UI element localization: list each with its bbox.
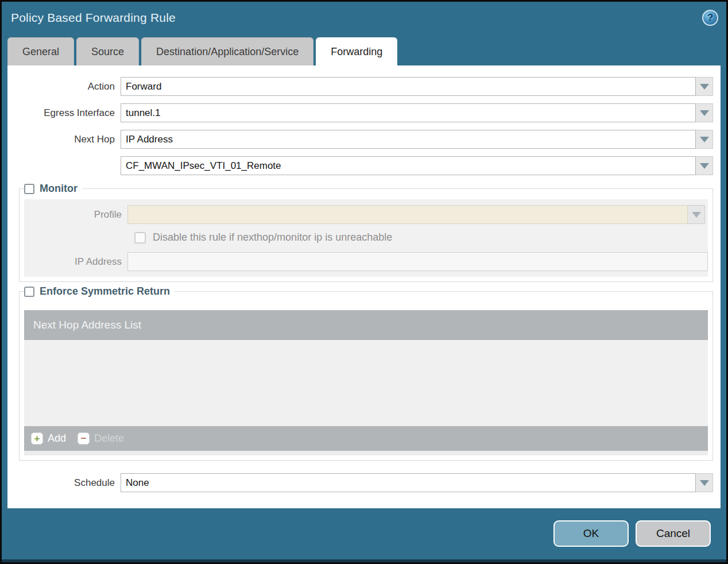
profile-dropdown-button [688,205,705,224]
next-hop-dropdown-button[interactable] [696,130,713,149]
pbf-rule-dialog: Policy Based Forwarding Rule ? General S… [2,2,726,562]
monitor-panel: Profile Disable this rule if nexthop/mon… [24,199,708,277]
next-hop-address-dropdown-button[interactable] [696,156,713,175]
dialog-button-bar: OK Cancel [2,508,726,559]
monitor-ip-address-label: IP Address [24,256,127,268]
egress-interface-row: Egress Interface tunnel.1 [7,103,721,122]
chevron-down-icon [700,137,709,142]
tab-bar: General Source Destination/Application/S… [2,37,726,65]
tab-general[interactable]: General [7,37,74,65]
add-button[interactable]: + Add [31,432,66,445]
table-header-label: Next Hop Address List [33,319,141,331]
chevron-down-icon [692,212,701,218]
disable-rule-row: Disable this rule if nexthop/monitor ip … [134,231,708,244]
schedule-dropdown-button[interactable] [696,473,713,492]
chevron-down-icon [700,110,709,116]
symmetric-return-fieldset: Enforce Symmetric Return Next Hop Addres… [19,285,713,461]
forwarding-tab-panel: Action Forward Egress Interface tunnel.1… [7,65,721,508]
tab-source[interactable]: Source [76,37,139,65]
plus-icon: + [31,432,43,445]
table-body[interactable] [24,340,708,426]
next-hop-row: Next Hop IP Address [7,130,721,149]
action-row: Action Forward [7,77,721,96]
disable-rule-checkbox [134,232,146,244]
table-bottom-strip [24,451,708,455]
profile-row: Profile [24,205,708,224]
tab-forwarding[interactable]: Forwarding [316,37,397,65]
monitor-fieldset: Monitor Profile Disable this rule if nex… [19,183,713,282]
schedule-row: Schedule None [7,473,721,492]
minus-icon: − [78,432,90,445]
profile-label: Profile [24,209,127,221]
table-header: Next Hop Address List [24,310,708,340]
monitor-checkbox[interactable] [24,184,34,194]
monitor-legend-label: Monitor [40,183,78,195]
bottom-strip [2,559,726,562]
egress-interface-dropdown-button[interactable] [696,103,713,122]
dialog-title: Policy Based Forwarding Rule [11,11,176,25]
cancel-button[interactable]: Cancel [636,520,711,547]
help-icon[interactable]: ? [702,10,718,26]
schedule-label: Schedule [7,477,121,489]
tab-destination-application-service[interactable]: Destination/Application/Service [141,37,313,65]
action-select[interactable]: Forward [121,77,696,96]
table-footer: + Add − Delete [24,426,708,451]
add-button-label: Add [48,432,66,445]
chevron-down-icon [700,480,709,486]
schedule-select[interactable]: None [121,473,696,492]
monitor-legend: Monitor [24,183,82,195]
ok-button[interactable]: OK [553,520,629,547]
window-frame: Policy Based Forwarding Rule ? General S… [0,0,728,564]
chevron-down-icon [700,84,709,90]
action-label: Action [7,81,121,92]
monitor-ip-address-input [127,252,708,271]
disable-rule-label: Disable this rule if nexthop/monitor ip … [153,231,392,244]
egress-interface-select[interactable]: tunnel.1 [121,103,696,122]
title-bar: Policy Based Forwarding Rule ? [2,2,726,37]
chevron-down-icon [700,163,709,169]
symmetric-return-legend-label: Enforce Symmetric Return [40,285,170,298]
next-hop-address-list-table: Next Hop Address List + Add − Delete [24,310,708,455]
next-hop-address-row: CF_MWAN_IPsec_VTI_01_Remote [7,156,721,175]
symmetric-return-checkbox[interactable] [24,287,34,297]
monitor-ip-address-row: IP Address [24,252,708,271]
action-dropdown-button[interactable] [696,77,713,96]
next-hop-label: Next Hop [7,134,121,145]
next-hop-type-select[interactable]: IP Address [121,130,696,149]
symmetric-return-legend: Enforce Symmetric Return [24,285,175,298]
profile-select [127,205,688,224]
delete-button: − Delete [78,432,124,445]
next-hop-address-select[interactable]: CF_MWAN_IPsec_VTI_01_Remote [121,156,696,175]
egress-interface-label: Egress Interface [7,107,121,119]
delete-button-label: Delete [94,432,124,445]
